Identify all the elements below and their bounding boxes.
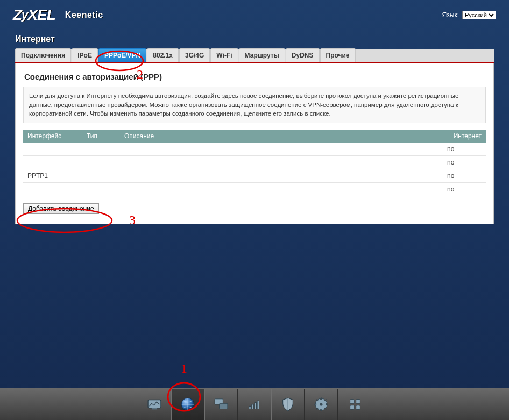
connections-table: Интерфейс Тип Описание Интернет no no PP… <box>23 130 486 196</box>
th-internet: Интернет <box>443 130 486 143</box>
dock-monitor[interactable] <box>138 389 171 420</box>
tab-connections[interactable]: Подключения <box>15 48 71 62</box>
globe-icon <box>179 395 197 414</box>
tab-3g4g[interactable]: 3G/4G <box>179 48 210 62</box>
tab-wifi[interactable]: Wi-Fi <box>210 48 238 62</box>
brand-logo: ZyXEL <box>13 6 55 24</box>
svg-rect-7 <box>254 402 256 409</box>
svg-rect-14 <box>356 405 360 409</box>
table-row[interactable]: no <box>23 143 486 156</box>
language-select[interactable]: Русский <box>462 11 496 19</box>
tabs-row: Подключения IPoE PPPoE/VPN 802.1x 3G/4G … <box>15 49 494 63</box>
svg-rect-13 <box>350 405 354 409</box>
svg-point-10 <box>320 403 322 405</box>
table-row[interactable]: PPTP1 no <box>23 169 486 183</box>
svg-rect-12 <box>356 399 360 403</box>
dock-settings[interactable] <box>305 389 338 420</box>
model-name: Keenetic <box>65 10 103 20</box>
content-panel: Соединения с авторизацией (PPP) Если для… <box>15 63 494 224</box>
tab-routes[interactable]: Маршруты <box>239 48 285 62</box>
tab-8021x[interactable]: 802.1x <box>147 48 179 62</box>
svg-rect-5 <box>249 406 251 409</box>
svg-rect-8 <box>257 401 259 409</box>
table-row[interactable]: no <box>23 183 486 196</box>
gear-icon <box>312 395 330 414</box>
monitor-icon <box>145 395 164 414</box>
dock-security[interactable] <box>271 389 305 420</box>
tab-ipoe[interactable]: IPoE <box>72 48 98 62</box>
language-label: Язык: <box>442 11 459 19</box>
dock-network[interactable] <box>204 389 238 420</box>
tab-other[interactable]: Прочие <box>320 48 356 62</box>
bottom-dock <box>0 388 509 420</box>
dock-internet[interactable] <box>171 389 204 420</box>
svg-rect-11 <box>350 399 354 403</box>
svg-rect-1 <box>151 408 157 409</box>
th-desc: Описание <box>120 130 443 143</box>
annotation-number-1: 1 <box>181 361 187 376</box>
dock-wifi[interactable] <box>238 389 271 420</box>
section-title: Соединения с авторизацией (PPP) <box>24 72 486 81</box>
displays-icon <box>212 395 230 414</box>
apps-grid-icon <box>346 395 364 414</box>
table-row[interactable]: no <box>23 156 486 169</box>
dock-apps[interactable] <box>338 389 371 420</box>
section-description: Если для доступа к Интернету необходима … <box>23 87 486 123</box>
signal-bars-icon <box>245 395 264 414</box>
svg-rect-6 <box>252 404 253 409</box>
tab-dydns[interactable]: DyDNS <box>286 48 320 62</box>
add-connection-button[interactable]: Добавить соединение <box>23 203 99 214</box>
svg-rect-4 <box>220 403 228 409</box>
language-selector[interactable]: Язык: Русский <box>442 11 496 19</box>
th-interface: Интерфейс <box>23 130 82 143</box>
shield-icon <box>279 395 297 414</box>
th-type: Тип <box>82 130 120 143</box>
page-title: Интернет <box>0 26 509 49</box>
header-bar: ZyXEL Keenetic Язык: Русский <box>0 0 509 26</box>
tab-pppoe-vpn[interactable]: PPPoE/VPN <box>98 48 146 62</box>
